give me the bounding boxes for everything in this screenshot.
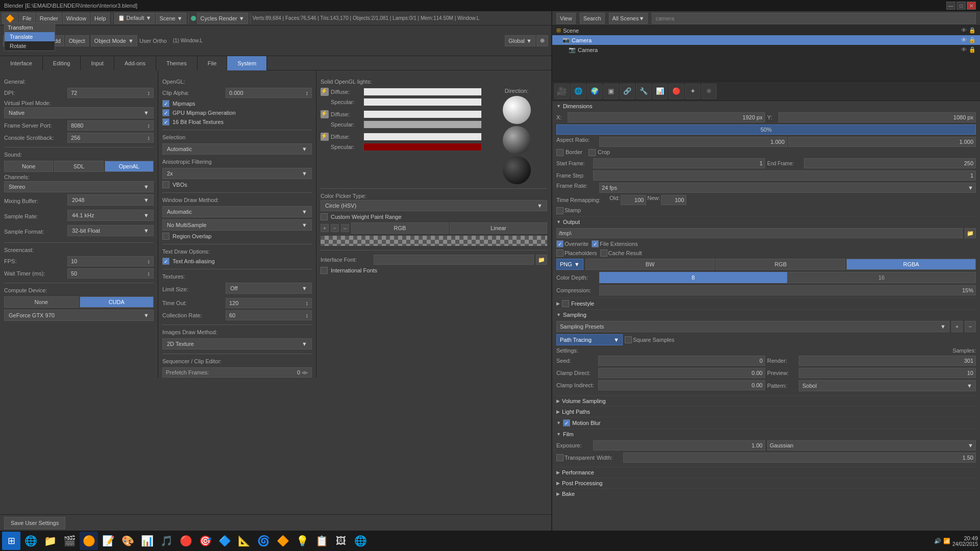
translate-item[interactable]: Translate (5, 32, 55, 41)
view-menu-btn[interactable]: View (556, 13, 576, 24)
pattern-value[interactable]: Sobol ▼ (799, 380, 976, 391)
task17-icon[interactable]: 🖼 (332, 532, 350, 550)
sampling-presets-select[interactable]: Sampling Presets ▼ (556, 321, 949, 332)
vbos-checkbox[interactable] (162, 181, 169, 188)
end-frame-value[interactable]: 250 (804, 158, 976, 168)
search-input[interactable]: camera (652, 13, 976, 24)
help-menu[interactable]: Help (91, 13, 110, 24)
compute-none[interactable]: None (4, 296, 79, 308)
window-menu[interactable]: Window (63, 13, 90, 24)
lock-icon-cam2[interactable]: 🔒 (969, 46, 976, 53)
constraint-icon[interactable]: 🔗 (620, 84, 635, 99)
specular1-color[interactable] (363, 98, 482, 106)
sound-none[interactable]: None (4, 161, 53, 172)
sampling-add-btn[interactable]: + (951, 321, 963, 332)
aspect-y[interactable]: 1.000 (788, 137, 976, 147)
world-icon[interactable]: 🌍 (587, 84, 602, 99)
dpi-value[interactable]: 72 ↕ (67, 88, 154, 98)
scene-icon-btn[interactable]: 🌐 (571, 84, 586, 99)
viewport[interactable]: View Select Add Object Object Mode▼ User… (0, 26, 551, 56)
task16-icon[interactable]: 📋 (312, 532, 331, 550)
percent-bar[interactable]: 50% (556, 124, 976, 135)
compute-cuda[interactable]: CUDA (80, 296, 154, 308)
rotate-item[interactable]: Rotate (5, 41, 55, 51)
task14-icon[interactable]: 🔶 (274, 532, 292, 550)
tab-editing[interactable]: Editing (43, 56, 81, 70)
images-draw-value[interactable]: 2D Texture ▼ (162, 338, 312, 349)
color-picker-value[interactable]: Circle (HSV) ▼ (321, 200, 547, 211)
rgb-mode-btn[interactable]: RGB (716, 259, 845, 270)
global-select[interactable]: Global ▼ (505, 35, 535, 46)
network-tray[interactable]: 📶 (943, 538, 950, 544)
sound-openal[interactable]: OpenAL (105, 161, 154, 172)
linear-btn[interactable]: Linear (450, 222, 547, 234)
task11-icon[interactable]: 🔷 (215, 532, 234, 550)
object-button[interactable]: Object (65, 35, 89, 46)
light3-toggle[interactable]: ⚡ (321, 133, 329, 141)
virtual-pixel-value[interactable]: Native ▼ (4, 107, 154, 118)
sound-tray[interactable]: 🔊 (934, 538, 941, 544)
placeholders-checkbox[interactable] (556, 249, 564, 257)
task10-icon[interactable]: 🎯 (196, 532, 214, 550)
aniso-value[interactable]: 2x ▼ (162, 168, 312, 179)
region-overlap-checkbox[interactable] (162, 233, 169, 240)
float-tex-checkbox[interactable] (162, 118, 169, 126)
width-value[interactable]: 1.50 (623, 453, 976, 463)
save-user-settings-btn[interactable]: Save User Settings (4, 517, 65, 529)
crop-checkbox[interactable] (589, 149, 596, 156)
ie-icon[interactable]: 🌐 (21, 532, 40, 550)
task9-icon[interactable]: 🔴 (177, 532, 195, 550)
start-button[interactable]: ⊞ (2, 532, 20, 550)
close-button[interactable]: ✕ (967, 2, 976, 10)
interface-font-field[interactable] (374, 255, 534, 265)
rgba-btn[interactable]: RGBA (846, 259, 976, 270)
motion-blur-checkbox[interactable] (563, 419, 570, 427)
render-value[interactable]: 301 (799, 356, 976, 366)
eye-icon-cam1[interactable]: 👁 (961, 37, 967, 43)
file-explorer-icon[interactable]: 📁 (41, 532, 59, 550)
all-scenes-select[interactable]: All Scenes ▼ (609, 13, 648, 24)
format-select[interactable]: PNG ▼ (556, 259, 583, 270)
output-path[interactable]: /tmp\ (556, 228, 963, 238)
data-icon[interactable]: 📊 (652, 84, 668, 99)
old-value[interactable]: 100 (621, 195, 646, 205)
frame-step-value[interactable]: 1 (593, 170, 976, 181)
task15-icon[interactable]: 💡 (293, 532, 311, 550)
international-fonts-checkbox[interactable] (321, 267, 328, 274)
browse-output-btn[interactable]: 📁 (965, 228, 976, 238)
physics-icon[interactable]: ⚛ (701, 84, 717, 99)
rgb-btn[interactable]: RGB (351, 222, 449, 234)
time-out-value[interactable]: 120 ↕ (226, 298, 312, 308)
clamp-indirect-value[interactable]: 0.00 (598, 380, 765, 390)
console-scrollback-value[interactable]: 256 ↕ (67, 133, 154, 143)
tab-themes[interactable]: Themes (156, 56, 198, 70)
task5-icon[interactable]: 📝 (99, 532, 117, 550)
channels-value[interactable]: Stereo ▼ (4, 181, 154, 192)
render-icon[interactable]: 🎥 (554, 84, 570, 99)
path-tracing-select[interactable]: Path Tracing ▼ (556, 334, 623, 345)
window-draw-value[interactable]: Automatic ▼ (162, 206, 312, 217)
collection-rate-value[interactable]: 60 ↕ (226, 310, 312, 320)
volume-sampling-header[interactable]: ▶ Volume Sampling (556, 398, 976, 404)
specular3-color[interactable] (363, 143, 482, 151)
sample-rate-value[interactable]: 44.1 kHz ▼ (67, 210, 154, 221)
bake-header[interactable]: ▶ Bake (556, 491, 976, 497)
cd-16[interactable]: 16 (787, 272, 976, 283)
light-paths-header[interactable]: ▶ Light Paths (556, 409, 976, 415)
lock-icon[interactable]: 🔒 (969, 27, 976, 34)
clip-alpha-value[interactable]: 0.000 ↕ (226, 88, 312, 98)
transparent-checkbox[interactable] (556, 454, 564, 461)
no-multisample-value[interactable]: No MultiSample ▼ (162, 219, 312, 231)
preview-value[interactable]: 10 (799, 368, 976, 378)
tab-addons[interactable]: Add-ons (114, 56, 156, 70)
light1-toggle[interactable]: ⚡ (321, 88, 329, 96)
aspect-x[interactable]: 1.000 (599, 137, 787, 147)
limit-size-value[interactable]: Off ▼ (226, 283, 312, 294)
x-value[interactable]: 1920 px (568, 112, 765, 122)
object-mode-select[interactable]: Object Mode▼ (91, 35, 137, 46)
specular2-color[interactable] (363, 120, 482, 129)
stamp-checkbox[interactable] (556, 207, 564, 214)
exposure-value[interactable]: 1.00 (593, 440, 765, 450)
seed-value[interactable]: 0 (598, 356, 765, 366)
bw-btn[interactable]: BW (585, 259, 715, 270)
